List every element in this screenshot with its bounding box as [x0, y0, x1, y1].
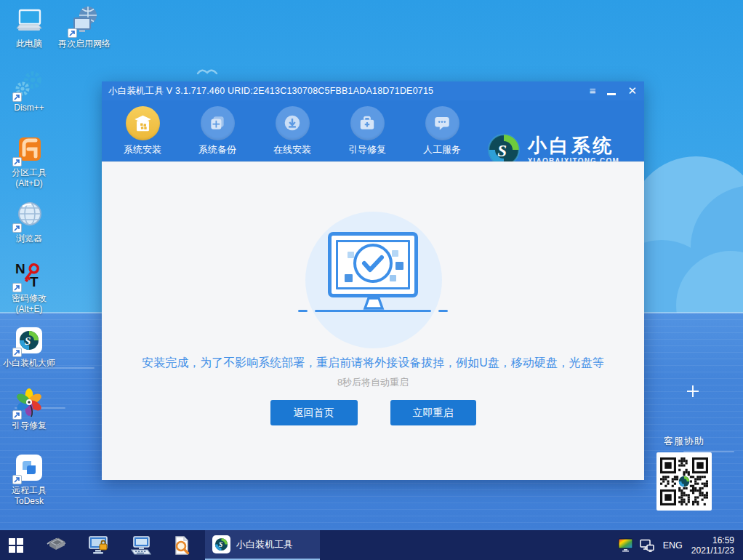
shortcut-arrow-icon — [12, 475, 22, 484]
desktop-icon-label: 密码修改(Alt+E) — [3, 293, 55, 315]
memory-chip-icon — [46, 536, 68, 555]
tray-date: 2021/11/23 — [691, 545, 734, 556]
desktop-icon-label: 浏览器 — [3, 233, 55, 244]
shortcut-arrow-icon — [12, 92, 22, 102]
taskbar-file-search-button[interactable] — [167, 530, 196, 560]
minimize-icon[interactable] — [607, 93, 616, 95]
language-indicator[interactable]: ENG — [661, 540, 685, 551]
monitor-stand — [360, 297, 387, 311]
desktop-icon-label: 此电脑 — [3, 39, 55, 49]
download-circle-icon — [276, 106, 310, 140]
start-button[interactable] — [1, 530, 31, 560]
system-tray: ENG 16:59 2021/11/23 — [618, 535, 743, 556]
desktop-icon-todesk[interactable]: 远程工具ToDesk — [3, 452, 55, 507]
restart-now-button[interactable]: 立即重启 — [390, 400, 476, 425]
svg-text:S: S — [219, 541, 222, 548]
desktop-icon-boot-repair[interactable]: 引导修复 — [3, 388, 55, 431]
this-pc-icon — [14, 6, 44, 36]
window-content: 安装完成，为了不影响系统部署，重启前请将外接设备拔掉，例如U盘，移动硬盘，光盘等… — [102, 161, 644, 480]
desktop-icon-browser[interactable]: 浏览器 — [3, 201, 55, 244]
desktop-icon-dism[interactable]: Dism++ — [3, 70, 55, 113]
gears-icon — [14, 70, 44, 100]
desktop-icon-partition-tool[interactable]: 分区工具(Alt+D) — [3, 135, 55, 189]
desktop-icon-label: 再次启用网络 — [58, 39, 111, 49]
shortcut-arrow-icon — [68, 28, 77, 38]
tray-clock[interactable]: 16:59 2021/11/23 — [691, 535, 737, 556]
desktop-icon-label: 远程工具ToDesk — [3, 485, 55, 507]
checkmark-icon — [352, 242, 394, 287]
taskbar-active-task-xiaobai[interactable]: S 小白装机工具 — [205, 530, 320, 560]
nav-system-install[interactable]: 系统安装 — [115, 106, 170, 156]
support-qr-panel: 客服协助 — [654, 435, 714, 511]
display-settings-icon[interactable] — [618, 538, 633, 552]
shortcut-arrow-icon — [12, 410, 22, 420]
nt-password-icon: N T — [14, 260, 44, 291]
auto-restart-countdown: 8秒后将自动重启 — [102, 376, 644, 389]
close-icon[interactable]: ✕ — [627, 81, 637, 100]
shortcut-arrow-icon — [12, 348, 22, 357]
desktop-icon-enable-network[interactable]: 再次启用网络 — [58, 6, 111, 49]
menu-icon[interactable]: ≡ — [590, 81, 596, 100]
desktop-icon-label: 小白装机大师 — [0, 358, 58, 369]
nav-label: 引导修复 — [340, 143, 395, 156]
xiaobai-app-icon: S — [212, 535, 230, 553]
svg-text:S: S — [25, 335, 31, 347]
on-screen-keyboard-icon — [130, 535, 152, 556]
browser-globe-icon — [14, 201, 44, 231]
todesk-icon — [14, 452, 44, 483]
svg-text:T: T — [30, 274, 39, 289]
screen-lock-icon — [88, 535, 110, 556]
partition-tool-icon — [14, 135, 44, 165]
desktop-icon-label: Dism++ — [3, 103, 55, 113]
shortcut-arrow-icon — [12, 157, 22, 167]
backup-windows-icon — [201, 106, 235, 140]
taskbar-memory-chip-button[interactable] — [42, 530, 71, 560]
desktop-icon-label: 分区工具(Alt+D) — [3, 167, 55, 189]
svg-text:N: N — [15, 261, 25, 276]
sparkle-decoration — [687, 385, 699, 397]
desktop-icon-this-pc[interactable]: 此电脑 — [3, 6, 55, 49]
pinwheel-icon — [14, 388, 44, 418]
success-monitor-illustration — [328, 232, 418, 297]
window-title: 小白装机工具 V 3.1.717.460 URID:2E413C130708C5… — [102, 85, 433, 97]
install-box-icon — [126, 106, 160, 140]
nav-label: 在线安装 — [265, 143, 320, 156]
monitor-screen — [336, 240, 410, 289]
chat-bubble-icon — [425, 106, 459, 140]
taskbar: S 小白装机工具 ENG 16:59 2021/11/23 — [0, 530, 743, 560]
base-line — [315, 310, 431, 312]
desktop-icon-label: 引导修复 — [3, 420, 55, 431]
install-complete-message: 安装完成，为了不影响系统部署，重启前请将外接设备拔掉，例如U盘，移动硬盘，光盘等 — [102, 356, 644, 371]
shortcut-arrow-icon — [12, 223, 22, 233]
support-qr-label: 客服协助 — [654, 435, 714, 448]
xiaobai-installer-window: 小白装机工具 V 3.1.717.460 URID:2E413C130708C5… — [102, 81, 644, 480]
desktop-icon-xiaobai-master[interactable]: S 小白装机大师 — [0, 325, 58, 369]
nav-boot-repair[interactable]: 引导修复 — [340, 106, 395, 156]
support-qr-code — [656, 452, 712, 511]
taskbar-screen-lock-button[interactable] — [84, 530, 113, 560]
back-home-button[interactable]: 返回首页 — [270, 400, 358, 425]
file-search-icon — [172, 535, 191, 556]
desktop-icon-password-change[interactable]: N T 密码修改(Alt+E) — [3, 260, 55, 315]
base-line-dash — [298, 310, 308, 312]
brand-name: 小白系统 — [528, 135, 619, 156]
window-titlebar: 小白装机工具 V 3.1.717.460 URID:2E413C130708C5… — [102, 81, 644, 100]
nav-online-install[interactable]: 在线安装 — [265, 106, 320, 156]
enable-network-icon — [69, 6, 100, 36]
window-toolbar: 系统安装 系统备份 — [102, 100, 644, 161]
nav-label: 系统安装 — [115, 143, 170, 156]
xiaobai-swirl-icon: S — [14, 325, 44, 356]
windows-logo-icon — [8, 537, 24, 553]
network-tray-icon[interactable] — [640, 539, 654, 552]
nav-human-service[interactable]: 人工服务 — [414, 106, 470, 156]
svg-text:S: S — [497, 142, 507, 160]
nav-label: 系统备份 — [190, 143, 245, 156]
nav-system-backup[interactable]: 系统备份 — [190, 106, 245, 156]
nav-label: 人工服务 — [414, 143, 470, 156]
tray-time: 16:59 — [691, 535, 734, 545]
active-task-label: 小白装机工具 — [236, 538, 293, 551]
base-line-dash — [438, 310, 448, 312]
taskbar-on-screen-keyboard-button[interactable] — [126, 530, 156, 560]
toolbox-icon — [350, 106, 385, 140]
shortcut-arrow-icon — [12, 283, 22, 292]
